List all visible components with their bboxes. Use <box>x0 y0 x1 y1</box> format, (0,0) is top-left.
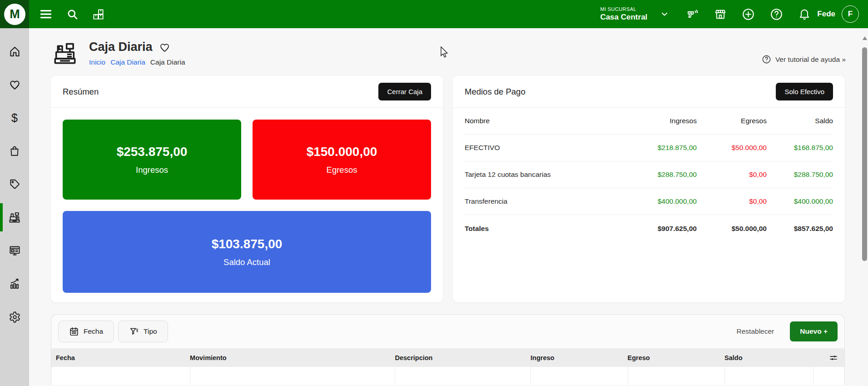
menu-icon[interactable] <box>39 7 53 21</box>
table-row: Tarjeta 12 cuotas bancarias $288.750,00 … <box>465 161 833 188</box>
branch-selector[interactable]: MI SUCURSAL Casa Central <box>600 6 647 22</box>
bar-chart-icon <box>9 278 21 290</box>
solo-efectivo-button[interactable]: Solo Efectivo <box>776 83 833 100</box>
heart-icon <box>9 79 21 91</box>
table-row: EFECTIVO $218.875,00 $50.000,00 $168.875… <box>465 135 833 161</box>
page-header: Caja Diaria Inicio Caja Diaria Caja Diar… <box>29 28 861 66</box>
tutorial-link-label: Ver tutorial de ayuda » <box>775 55 846 64</box>
col-descripcion: Descripcion <box>395 354 531 361</box>
sidebar-item-caja-diaria[interactable] <box>0 211 29 224</box>
sidebar-item-reports[interactable] <box>0 277 29 291</box>
help-circle-icon[interactable] <box>770 8 783 21</box>
row-saldo: $400.000,00 <box>767 197 833 206</box>
branch-label: MI SUCURSAL <box>600 6 647 13</box>
chevron-down-icon[interactable] <box>660 10 669 19</box>
column-settings-sliders-icon[interactable] <box>829 353 844 362</box>
dollar-icon: $ <box>11 112 18 124</box>
tutorial-link[interactable]: Ver tutorial de ayuda » <box>762 55 846 64</box>
saldo-actual-amount: $103.875,00 <box>212 237 283 251</box>
row-nombre: Transferencia <box>465 197 612 206</box>
col-movimiento: Movimiento <box>190 354 395 361</box>
totals-egresos: $50.000,00 <box>697 225 767 233</box>
ingresos-amount: $253.875,00 <box>117 145 188 159</box>
main-content: Caja Diaria Inicio Caja Diaria Caja Diar… <box>29 28 861 386</box>
resumen-title: Resúmen <box>63 87 99 97</box>
breadcrumb-inicio[interactable]: Inicio <box>89 58 105 66</box>
home-icon <box>9 45 21 58</box>
bell-icon[interactable] <box>798 8 811 20</box>
avatar[interactable]: F <box>842 5 859 23</box>
medios-pago-card: Medios de Pago Solo Efectivo Nombre Ingr… <box>453 76 845 302</box>
ingresos-label: Ingresos <box>136 165 168 175</box>
sidebar-item-settings[interactable] <box>0 310 29 324</box>
ingresos-box: $253.875,00 Ingresos <box>63 120 241 200</box>
fecha-filter-button[interactable]: Fecha <box>58 321 114 342</box>
store-icon[interactable] <box>714 8 727 20</box>
plus-circle-icon[interactable] <box>742 8 755 21</box>
sidebar-item-home[interactable] <box>0 45 29 58</box>
funnel-icon <box>129 326 139 336</box>
tipo-filter-button[interactable]: Tipo <box>118 321 168 342</box>
monitor-icon <box>9 245 21 257</box>
col-egresos: Egresos <box>697 117 767 125</box>
medios-pago-header-row: Nombre Ingresos Egresos Saldo <box>465 108 833 135</box>
topbar: M MI SUCURSAL Casa Central <box>0 0 868 28</box>
cash-register-icon <box>8 211 21 224</box>
fecha-filter-label: Fecha <box>84 327 103 336</box>
tipo-filter-label: Tipo <box>144 327 157 336</box>
breadcrumb: Inicio Caja Diaria Caja Diaria <box>89 58 185 66</box>
medios-pago-title: Medios de Pago <box>465 87 526 97</box>
sidebar-item-purchases[interactable] <box>0 144 29 158</box>
favorite-heart-icon[interactable] <box>159 42 170 53</box>
movements-panel: Fecha Tipo Restablecer Nuevo + Fecha Mov… <box>51 314 845 385</box>
page-title: Caja Diaria <box>89 40 153 54</box>
movements-header-row: Fecha Movimiento Descripcion Ingreso Egr… <box>51 348 844 367</box>
col-saldo: Saldo <box>724 354 813 361</box>
barcode-scanner-icon[interactable] <box>686 8 699 20</box>
sidebar-item-products[interactable] <box>0 177 29 191</box>
egresos-amount: $150.000,00 <box>307 145 377 159</box>
brand-m-icon: M <box>4 4 25 25</box>
sidebar-item-sales[interactable]: $ <box>0 111 29 125</box>
col-saldo: Saldo <box>767 117 833 125</box>
resumen-card: Resúmen Cerrar Caja $253.875,00 Ingresos… <box>51 76 443 302</box>
search-icon[interactable] <box>66 8 79 20</box>
tag-icon <box>9 178 20 190</box>
vertical-scrollbar[interactable] <box>861 28 868 386</box>
egresos-label: Egresos <box>327 165 357 175</box>
col-ingresos: Ingresos <box>612 117 697 125</box>
cerrar-caja-button[interactable]: Cerrar Caja <box>378 83 431 100</box>
row-nombre: EFECTIVO <box>465 144 612 152</box>
restablecer-link[interactable]: Restablecer <box>737 327 774 336</box>
nuevo-button[interactable]: Nuevo + <box>790 321 838 341</box>
scrollbar-thumb[interactable] <box>862 47 867 261</box>
row-ingresos: $288.750,00 <box>612 170 697 179</box>
saldo-actual-box: $103.875,00 Saldo Actual <box>63 211 431 293</box>
breadcrumb-caja-diaria[interactable]: Caja Diaria <box>110 58 145 66</box>
row-egresos: $50.000,00 <box>697 144 767 152</box>
breadcrumb-current: Caja Diaria <box>150 58 185 66</box>
gear-icon <box>9 311 21 323</box>
totals-label: Totales <box>465 225 612 233</box>
sidebar-item-favorites[interactable] <box>0 78 29 91</box>
egresos-box: $150.000,00 Egresos <box>253 120 431 200</box>
cash-register-page-icon <box>51 40 79 66</box>
table-row: Transferencia $400.000,00 $0,00 $400.000… <box>465 188 833 215</box>
row-saldo: $168.875,00 <box>767 144 833 152</box>
branch-value: Casa Central <box>600 12 647 22</box>
user-name: Fede <box>817 10 835 19</box>
row-egresos: $0,00 <box>697 170 767 179</box>
row-ingresos: $400.000,00 <box>612 197 697 206</box>
totals-row: Totales $907.625,00 $50.000,00 $857.625,… <box>465 215 833 242</box>
calendar-icon <box>69 326 79 336</box>
col-ingreso: Ingreso <box>531 354 628 361</box>
sidebar-item-terminal[interactable] <box>0 244 29 257</box>
col-nombre: Nombre <box>465 117 612 125</box>
scroll-up-arrow-icon[interactable] <box>863 36 867 40</box>
row-egresos: $0,00 <box>697 197 767 206</box>
boxes-icon[interactable] <box>92 8 104 20</box>
totals-ingresos: $907.625,00 <box>612 225 697 233</box>
app-logo[interactable]: M <box>0 0 29 28</box>
totals-saldo: $857.625,00 <box>767 225 833 233</box>
row-nombre: Tarjeta 12 cuotas bancarias <box>465 170 612 179</box>
